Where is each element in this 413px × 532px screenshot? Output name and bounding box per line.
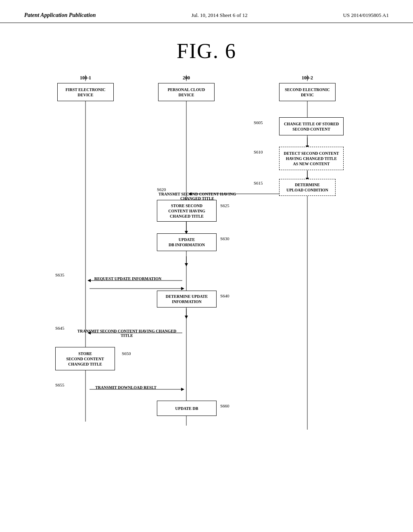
s605-label: S605 [254, 120, 263, 125]
s645-text: TRANSMIT SECOND CONTENT HAVING CHANGED T… [73, 329, 180, 338]
page-header: Patent Application Publication Jul. 10, … [0, 0, 413, 23]
svg-marker-21 [185, 316, 188, 319]
s655-text: TRANSMIT DOWNLOAD RESLT [69, 385, 182, 390]
s650-step: S650 [122, 351, 131, 356]
s635-text: REQUEST UPDATE INFORMATION [73, 276, 182, 281]
s620-label: S620 [157, 187, 166, 192]
s645-step: S645 [55, 326, 65, 330]
s630-box: UPDATE DB INFORMATION [157, 233, 217, 251]
s615-box: DETERMINE UPLOAD CONDITION [279, 179, 336, 196]
col1-id: 100-1 [57, 75, 114, 81]
s635-step: S635 [55, 272, 65, 277]
figure-title: FIG. 6 [0, 39, 413, 63]
diagram: 100-1 200 100-2 FIRST ELECTRONIC DEVICE … [33, 75, 380, 458]
patent-number: US 2014/0195805 A1 [343, 12, 389, 19]
col3-id: 100-2 [279, 75, 336, 81]
s615-label: S615 [254, 181, 263, 185]
s660-step: S660 [220, 403, 229, 408]
s660-box: UPDATE DB [157, 401, 217, 416]
col3-box: SECOND ELECTRONIC DEVIC [279, 83, 336, 101]
s605-box: CHANGE TITLE OF STORED SECOND CONTENT [279, 117, 344, 135]
s625-box: STORE SECOND CONTENT HAVING CHANGED TITL… [157, 200, 217, 222]
s630-step: S630 [220, 236, 229, 241]
s625-step: S625 [220, 203, 229, 208]
s640-box: DETERMINE UPDATE INFORMATION [157, 291, 217, 308]
pub-label: Patent Application Publication [24, 12, 96, 19]
s650-box: STORE SECOND CONTENT CHANGED TITLE [55, 347, 115, 370]
svg-marker-15 [185, 263, 188, 266]
svg-marker-19 [181, 287, 184, 290]
s610-label: S610 [254, 150, 263, 154]
sheet-info: Jul. 10, 2014 Sheet 6 of 12 [191, 12, 247, 19]
s620-text: TRANSMIT SECOND CONTENT HAVING CHANGED T… [157, 192, 238, 201]
s610-box: DETECT SECOND CONTENT HAVING CHANGED TIT… [279, 147, 344, 170]
col1-box: FIRST ELECTRONIC DEVICE [57, 83, 114, 101]
col2-box: PERSONAL CLOUD DEVICE [158, 83, 215, 101]
col2-id: 200 [158, 75, 215, 81]
s640-step: S640 [220, 293, 229, 298]
s655-step: S655 [55, 382, 65, 387]
